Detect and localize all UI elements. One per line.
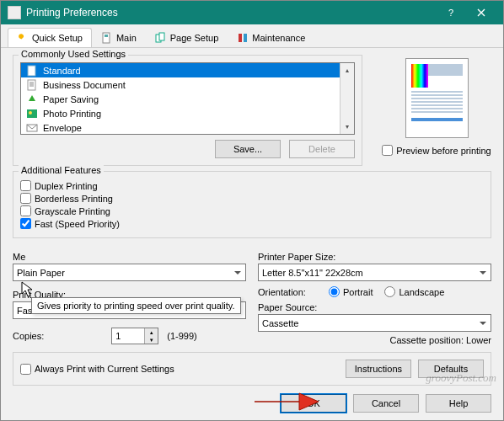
- orientation-label: Orientation:: [258, 287, 317, 297]
- list-item-label: Standard: [43, 66, 81, 76]
- always-print-label: Always Print with Current Settings: [35, 364, 174, 374]
- copies-value: 1: [115, 331, 121, 341]
- tooltip: Gives priority to printing speed over pr…: [31, 297, 241, 314]
- page-icon: [101, 32, 113, 44]
- save-settings-button[interactable]: Save...: [215, 140, 281, 158]
- list-item[interactable]: Envelope: [21, 120, 354, 135]
- duplex-checkbox[interactable]: [20, 180, 31, 191]
- landscape-radio[interactable]: [384, 286, 395, 297]
- additional-features-group: Additional Features Duplex Printing Bord…: [13, 171, 491, 238]
- paper-size-value: Letter 8.5"x11" 22x28cm: [262, 268, 363, 278]
- media-type-select[interactable]: Plain Paper: [13, 264, 246, 281]
- tab-strip: Quick Setup Main Page Setup Maintenance: [1, 24, 503, 48]
- list-item[interactable]: Paper Saving: [21, 92, 354, 106]
- settings-listbox[interactable]: Standard Business Document Paper Saving …: [20, 62, 355, 135]
- scrollbar[interactable]: ▴ ▾: [340, 63, 354, 134]
- commonly-used-group: Commonly Used Settings Standard Business…: [13, 55, 362, 166]
- scroll-thumb[interactable]: [340, 77, 354, 120]
- list-item[interactable]: Business Document: [21, 77, 354, 92]
- cancel-button[interactable]: Cancel: [353, 394, 419, 413]
- always-print-checkbox[interactable]: [20, 364, 31, 375]
- svg-rect-7: [28, 80, 35, 90]
- svg-rect-6: [28, 66, 35, 76]
- source-select[interactable]: Cassette: [258, 314, 491, 332]
- bottom-group: Always Print with Current Settings Instr…: [13, 352, 491, 386]
- fast-checkbox[interactable]: [20, 218, 31, 229]
- copies-spinner[interactable]: 1 ▲▼: [111, 328, 158, 344]
- svg-rect-1: [105, 35, 108, 37]
- list-item-label: Envelope: [43, 123, 82, 133]
- svg-rect-4: [239, 34, 242, 42]
- preview-image-icon: [411, 64, 428, 88]
- portrait-radio[interactable]: [329, 286, 340, 297]
- copies-label: Copies:: [13, 331, 44, 341]
- scroll-down-button[interactable]: ▾: [340, 120, 354, 134]
- dialog-buttons: OK Cancel Help: [13, 394, 491, 413]
- tab-main[interactable]: Main: [92, 28, 146, 47]
- svg-point-9: [29, 111, 32, 115]
- doc-icon: [26, 65, 38, 77]
- doc-icon: [26, 79, 38, 91]
- tab-content: Commonly Used Settings Standard Business…: [1, 48, 503, 420]
- help-button[interactable]: ?: [436, 1, 466, 24]
- titlebar: Printing Preferences ?: [1, 1, 503, 24]
- svg-rect-5: [244, 34, 247, 42]
- pages-icon: [155, 32, 167, 44]
- spin-up[interactable]: ▲: [145, 328, 158, 336]
- borderless-label: Borderless Printing: [35, 194, 113, 204]
- grayscale-label: Grayscale Printing: [35, 206, 110, 216]
- tab-maintenance[interactable]: Maintenance: [228, 28, 314, 47]
- svg-rect-8: [27, 109, 37, 118]
- scroll-up-button[interactable]: ▴: [340, 63, 354, 77]
- tab-label: Main: [116, 33, 137, 43]
- help-button[interactable]: Help: [426, 394, 491, 413]
- source-label: Paper Source:: [258, 302, 491, 312]
- paper-size-label: Printer Paper Size:: [258, 252, 491, 262]
- fast-label: Fast (Speed Priority): [35, 219, 120, 229]
- tab-label: Quick Setup: [32, 33, 83, 43]
- tooltip-text: Gives priority to printing speed over pr…: [37, 301, 235, 311]
- instructions-button[interactable]: Instructions: [346, 360, 411, 378]
- dialog-window: Printing Preferences ? Quick Setup Main …: [0, 0, 504, 421]
- landscape-label: Landscape: [399, 287, 444, 297]
- copies-range: (1-999): [167, 331, 196, 341]
- photo-icon: [26, 108, 38, 120]
- list-item-label: Business Document: [43, 80, 126, 90]
- wrench-icon: [17, 32, 29, 44]
- recycle-icon: [26, 93, 38, 105]
- tab-quick-setup[interactable]: Quick Setup: [8, 28, 92, 47]
- tab-page-setup[interactable]: Page Setup: [146, 28, 228, 47]
- defaults-button[interactable]: Defaults: [418, 360, 484, 378]
- group-legend: Additional Features: [19, 165, 104, 175]
- envelope-icon: [26, 122, 38, 134]
- group-legend: Commonly Used Settings: [19, 49, 128, 59]
- media-label: Me: [13, 252, 246, 262]
- list-item-label: Photo Printing: [43, 109, 101, 119]
- grayscale-checkbox[interactable]: [20, 205, 31, 216]
- tab-label: Page Setup: [170, 33, 219, 43]
- cassette-position: Cassette position: Lower: [258, 335, 491, 345]
- delete-settings-button: Delete: [289, 140, 355, 158]
- tab-label: Maintenance: [252, 33, 305, 43]
- printer-icon: [8, 6, 21, 19]
- paper-size-select[interactable]: Letter 8.5"x11" 22x28cm: [258, 264, 491, 281]
- preview-label: Preview before printing: [396, 146, 491, 156]
- list-item-label: Paper Saving: [43, 94, 99, 104]
- media-value: Plain Paper: [17, 268, 65, 278]
- list-item-standard[interactable]: Standard: [21, 63, 354, 77]
- duplex-label: Duplex Printing: [35, 181, 98, 191]
- svg-rect-0: [103, 33, 110, 43]
- close-button[interactable]: [466, 1, 496, 24]
- page-preview: [405, 58, 469, 138]
- window-title: Printing Preferences: [26, 7, 436, 19]
- portrait-label: Portrait: [343, 287, 373, 297]
- red-arrow-icon: [253, 389, 320, 414]
- preview-before-checkbox[interactable]: [382, 145, 393, 156]
- preview-pane: Preview before printing: [382, 55, 491, 157]
- borderless-checkbox[interactable]: [20, 193, 31, 204]
- tools-icon: [237, 32, 249, 44]
- spin-down[interactable]: ▼: [145, 336, 158, 344]
- source-value: Cassette: [262, 318, 298, 328]
- svg-rect-3: [159, 33, 164, 40]
- list-item[interactable]: Photo Printing: [21, 106, 354, 120]
